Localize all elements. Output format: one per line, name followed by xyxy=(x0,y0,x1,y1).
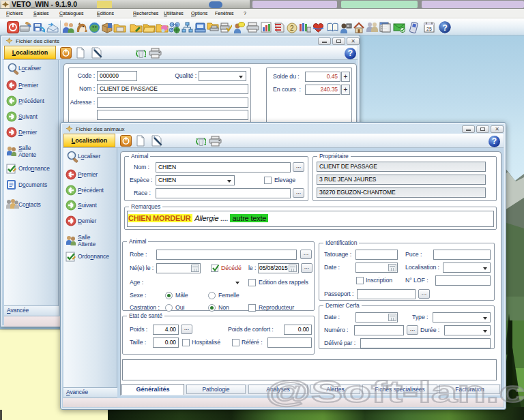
svg-text:2: 2 xyxy=(290,25,294,32)
svg-text:25: 25 xyxy=(426,27,432,31)
svg-text:?: ? xyxy=(443,23,448,33)
